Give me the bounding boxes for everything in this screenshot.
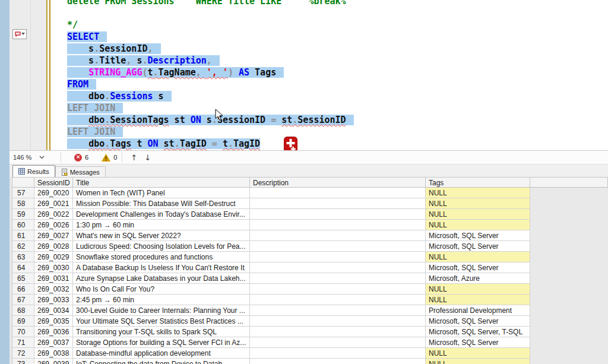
session-id-cell[interactable]: 269_0027 <box>34 230 73 241</box>
tags-cell[interactable]: NULL <box>426 295 530 305</box>
query-editor[interactable]: delete FROM Sessions WHERE Title LIKE '%… <box>10 0 608 150</box>
tags-cell[interactable]: Microsoft, SQL Server <box>426 230 530 241</box>
tags-cell[interactable]: Microsoft, SQL Server <box>426 241 530 252</box>
row-number-cell[interactable]: 66 <box>12 284 34 295</box>
title-cell[interactable]: Database-mindful application development <box>73 348 250 359</box>
session-id-cell[interactable]: 269_0031 <box>34 273 73 284</box>
collapsed-panel-strip[interactable] <box>0 0 10 364</box>
row-number-cell[interactable]: 69 <box>12 316 34 327</box>
row-number-cell[interactable]: 63 <box>12 252 34 262</box>
column-header-Description[interactable]: Description <box>250 177 426 188</box>
code-line[interactable]: delete FROM Sessions WHERE Title LIKE '%… <box>67 0 354 7</box>
code-line[interactable]: STRING_AGG(t.TagName, ', ') AS Tags <box>67 67 354 78</box>
tab-messages[interactable]: Messages <box>55 166 106 177</box>
tags-cell[interactable]: NULL <box>426 252 530 262</box>
session-id-cell[interactable]: 269_0033 <box>34 295 73 305</box>
row-number-cell[interactable]: 72 <box>12 348 34 359</box>
tags-cell[interactable]: NULL <box>426 188 530 198</box>
code-line[interactable]: dbo.Sessions s <box>67 90 354 102</box>
description-cell[interactable] <box>250 241 426 252</box>
column-header-SessionID[interactable]: SessionID <box>34 177 73 188</box>
code-line[interactable]: LEFT JOIN <box>67 102 354 114</box>
session-id-cell[interactable]: 269_0036 <box>34 327 73 337</box>
row-number-cell[interactable]: 59 <box>12 209 34 220</box>
title-cell[interactable]: 2:45 pm → 60 min <box>73 295 250 305</box>
title-cell[interactable]: Azure Synapse Lake Databases in your Dat… <box>73 273 250 284</box>
row-number-cell[interactable]: 67 <box>12 295 34 305</box>
row-number-cell[interactable]: 70 <box>12 327 34 337</box>
code-line[interactable]: s.SessionID, <box>67 43 354 55</box>
session-id-cell[interactable]: 269_0034 <box>34 305 73 316</box>
title-cell[interactable]: A Database Backup Is Useless If You Can'… <box>73 262 250 273</box>
session-id-cell[interactable]: 269_0039 <box>34 359 73 364</box>
session-id-cell[interactable]: 269_0028 <box>34 241 73 252</box>
code-line[interactable]: dbo.SessionTags st ON s.SessionID = st.S… <box>67 114 354 126</box>
code-line[interactable]: s.Title, s.Description, <box>67 55 354 67</box>
tags-cell[interactable]: Microsoft, SQL Server <box>426 316 530 327</box>
tags-cell[interactable]: NULL <box>426 209 530 220</box>
title-cell[interactable]: Development Challenges in Today's Databa… <box>73 209 250 220</box>
code-comment-widget[interactable] <box>12 29 27 39</box>
session-id-cell[interactable]: 269_0037 <box>34 337 73 348</box>
tags-cell[interactable]: Professional Development <box>426 305 530 316</box>
title-cell[interactable]: Transitioning your T-SQL skills to Spark… <box>73 327 250 337</box>
session-id-cell[interactable]: 269_0020 <box>34 188 73 198</box>
code-line[interactable] <box>67 7 354 19</box>
title-cell[interactable]: Women in Tech (WIT) Panel <box>73 188 250 198</box>
row-number-cell[interactable]: 57 <box>12 188 34 198</box>
tags-cell[interactable]: NULL <box>426 220 530 230</box>
description-cell[interactable] <box>250 252 426 262</box>
zoom-level-dropdown[interactable]: 146 % <box>13 154 56 161</box>
description-cell[interactable] <box>250 209 426 220</box>
session-id-cell[interactable]: 269_0035 <box>34 316 73 327</box>
session-id-cell[interactable]: 269_0026 <box>34 220 73 230</box>
description-cell[interactable] <box>250 359 426 364</box>
error-indicator[interactable]: ✕ 6 <box>74 154 88 162</box>
title-cell[interactable]: 300-Level Guide to Career Internals: Pla… <box>73 305 250 316</box>
row-number-cell[interactable]: 58 <box>12 198 34 209</box>
row-number-cell[interactable]: 65 <box>12 273 34 284</box>
warning-indicator[interactable]: 0 <box>97 154 117 162</box>
tags-cell[interactable]: NULL <box>426 359 530 364</box>
description-cell[interactable] <box>250 198 426 209</box>
row-number-cell[interactable]: 73 <box>12 359 34 364</box>
previous-issue-button[interactable]: ↑ <box>131 153 137 162</box>
session-id-cell[interactable]: 269_0032 <box>34 284 73 295</box>
description-cell[interactable] <box>250 295 426 305</box>
title-cell[interactable]: Mission Possible: This Database Will Sel… <box>73 198 250 209</box>
title-cell[interactable]: Your Ultimate SQL Server Statistics Best… <box>73 316 250 327</box>
session-id-cell[interactable]: 269_0022 <box>34 209 73 220</box>
tab-results[interactable]: Results <box>12 165 55 177</box>
session-id-cell[interactable]: 269_0038 <box>34 348 73 359</box>
column-header-Title[interactable]: Title <box>73 177 250 188</box>
tags-cell[interactable]: Microsoft, SQL Server <box>426 337 530 348</box>
description-cell[interactable] <box>250 273 426 284</box>
tags-cell[interactable]: NULL <box>426 284 530 295</box>
description-cell[interactable] <box>250 316 426 327</box>
description-cell[interactable] <box>250 188 426 198</box>
code-line[interactable]: LEFT JOIN <box>67 126 354 138</box>
description-cell[interactable] <box>250 305 426 316</box>
row-number-cell[interactable]: 71 <box>12 337 34 348</box>
code-line[interactable]: SELECT <box>67 31 354 43</box>
session-id-cell[interactable]: 269_0030 <box>34 262 73 273</box>
row-number-cell[interactable]: 68 <box>12 305 34 316</box>
title-cell[interactable]: 1:30 pm → 60 min <box>73 220 250 230</box>
code-line[interactable]: */ <box>67 19 354 31</box>
title-cell[interactable]: What's new in SQL Server 2022? <box>73 230 250 241</box>
tags-cell[interactable]: NULL <box>426 348 530 359</box>
tags-cell[interactable]: Microsoft, Azure <box>426 273 530 284</box>
row-number-cell[interactable]: 62 <box>12 241 34 252</box>
row-number-cell[interactable]: 61 <box>12 230 34 241</box>
session-id-cell[interactable]: 269_0029 <box>34 252 73 262</box>
tags-cell[interactable]: Microsoft, SQL Server, T-SQL <box>426 327 530 337</box>
title-cell[interactable]: Snowflake stored procedures and function… <box>73 252 250 262</box>
code-line[interactable]: FROM <box>67 78 354 90</box>
tags-cell[interactable]: Microsoft, SQL Server <box>426 262 530 273</box>
add-adornment-icon[interactable] <box>284 137 297 150</box>
description-cell[interactable] <box>250 348 426 359</box>
row-number-cell[interactable]: 64 <box>12 262 34 273</box>
title-cell[interactable]: IoT: Connecting the data from Device to … <box>73 359 250 364</box>
description-cell[interactable] <box>250 220 426 230</box>
description-cell[interactable] <box>250 230 426 241</box>
